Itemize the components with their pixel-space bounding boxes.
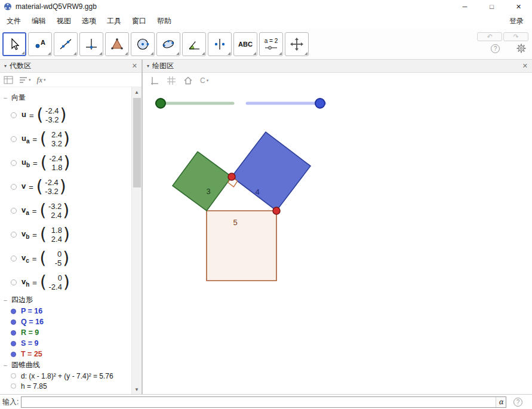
slider-tool-button[interactable]: a = 2	[259, 32, 283, 56]
graphics-canvas[interactable]: 3 4 5	[143, 88, 531, 394]
slider-tool-icon	[265, 45, 278, 50]
move-tool-button[interactable]	[2, 32, 26, 56]
menu-file[interactable]: 文件	[1, 13, 26, 29]
point-tool-button[interactable]: A	[28, 32, 52, 56]
fx-display-dropdown[interactable]: fx ▾	[37, 75, 46, 85]
visibility-dot[interactable]	[11, 184, 17, 190]
quad-row-R[interactable]: R = 9	[3, 327, 131, 338]
visibility-dot[interactable]	[11, 309, 16, 314]
graphics-close-icon[interactable]: ✕	[522, 62, 528, 70]
visibility-dot[interactable]	[11, 256, 17, 262]
input-help-button[interactable]: ?	[513, 398, 522, 407]
visibility-dot[interactable]	[11, 352, 16, 357]
axes-toggle-icon[interactable]	[150, 76, 159, 85]
polygon-tool-button[interactable]	[105, 32, 129, 56]
vector-row-ub[interactable]: ub = ( -2.41.8 )	[3, 151, 131, 175]
quad-row-T[interactable]: T = 25	[3, 349, 131, 359]
conic-row-d[interactable]: d: (x - 1.8)² + (y - 7.4)² = 5.76	[3, 371, 131, 381]
reflect-tool-button[interactable]	[208, 32, 232, 56]
label-side-4: 4	[255, 187, 259, 196]
angle-tool-button[interactable]	[182, 32, 206, 56]
redo-button[interactable]: ↷	[503, 32, 528, 41]
number-row-h[interactable]: h = 7.85	[3, 381, 131, 391]
visibility-dot[interactable]	[11, 383, 16, 389]
auxiliary-objects-icon[interactable]	[4, 76, 13, 84]
algebra-close-icon[interactable]: ✕	[132, 62, 137, 70]
angle-icon	[187, 37, 201, 51]
visibility-dot[interactable]	[11, 341, 16, 346]
square-leg-area9[interactable]	[173, 152, 232, 211]
collapse-icon[interactable]: −	[3, 362, 8, 369]
help-button[interactable]: ?	[491, 44, 500, 53]
visibility-dot[interactable]	[11, 112, 17, 118]
vector-row-vh[interactable]: vh = ( 0-2.4 )	[3, 270, 131, 294]
menu-tools[interactable]: 工具	[102, 13, 127, 29]
line-tool-button[interactable]	[54, 32, 78, 56]
vector-row-vc[interactable]: vc = ( 0-5 )	[3, 247, 131, 270]
menu-help[interactable]: 帮助	[152, 13, 177, 29]
quad-row-P[interactable]: P = 16	[3, 306, 131, 316]
input-bar: 输入: α ?	[0, 394, 532, 409]
grid-toggle-icon[interactable]	[167, 76, 176, 85]
visibility-dot[interactable]	[11, 232, 17, 238]
panel-menu-arrow-icon[interactable]: ▾	[4, 63, 7, 69]
menu-window[interactable]: 窗口	[127, 13, 152, 29]
scroll-down-icon[interactable]: ▼	[132, 385, 142, 394]
reflect-icon	[213, 37, 227, 51]
quad-row-S[interactable]: S = 9	[3, 338, 131, 349]
slider-tool-label: a = 2	[265, 38, 278, 44]
quad-row-Q[interactable]: Q = 16	[3, 316, 131, 327]
visibility-dot[interactable]	[11, 330, 16, 336]
menu-options[interactable]: 选项	[76, 13, 102, 29]
vector-row-ua[interactable]: ua = ( 2.43.2 )	[3, 127, 131, 151]
algebra-scrollbar[interactable]: ▲ ▼	[131, 87, 142, 394]
close-button[interactable]: ✕	[505, 0, 532, 13]
visibility-dot[interactable]	[11, 208, 17, 214]
visibility-dot[interactable]	[11, 160, 17, 166]
panel-menu-arrow-icon[interactable]: ▾	[147, 63, 149, 69]
square-leg-area16[interactable]	[232, 132, 310, 211]
section-vectors[interactable]: − 向量	[3, 92, 131, 103]
point-icon: A	[33, 37, 47, 51]
slider-green-handle[interactable]	[156, 99, 165, 108]
symbols-alpha-button[interactable]: α	[496, 397, 506, 407]
point-capturing-dropdown[interactable]: C ▾	[200, 76, 208, 85]
ellipse-tool-button[interactable]	[156, 32, 180, 56]
sort-mode-dropdown[interactable]: ▾	[19, 76, 31, 84]
collapse-icon[interactable]: −	[3, 94, 8, 102]
gear-icon[interactable]	[516, 44, 526, 53]
vector-row-vb[interactable]: vb = ( 1.82.4 )	[3, 223, 131, 247]
circle-tool-button[interactable]	[131, 32, 155, 56]
undo-button[interactable]: ↶	[477, 32, 502, 41]
collapse-icon[interactable]: −	[3, 297, 8, 304]
vector-row-v[interactable]: v = ( -2.4-3.2 )	[3, 175, 131, 199]
scroll-up-icon[interactable]: ▲	[132, 87, 142, 97]
command-input[interactable]	[21, 397, 496, 407]
app-window: material-wdQ5VRW9.ggb ─ □ ✕ 文件 编辑 视图 选项 …	[0, 0, 532, 409]
visibility-dot[interactable]	[11, 373, 16, 379]
slider-blue-handle[interactable]	[315, 99, 325, 108]
square-hypotenuse-area25[interactable]	[207, 211, 276, 281]
section-conics[interactable]: − 圆锥曲线	[3, 359, 131, 371]
move-graphics-view-tool-button[interactable]	[285, 32, 309, 56]
minimize-button[interactable]: ─	[451, 0, 478, 13]
app-logo-icon	[4, 2, 12, 11]
section-quadrilaterals[interactable]: − 四边形	[3, 294, 131, 306]
vertex-point-b[interactable]	[273, 207, 280, 214]
vector-row-va[interactable]: va = ( -3.22.4 )	[3, 199, 131, 223]
algebra-panel-title: 代数区	[10, 61, 31, 71]
graphics-panel-header: ▾ 绘图区 ✕	[143, 60, 532, 73]
visibility-dot[interactable]	[11, 319, 16, 325]
vertex-point-right-angle[interactable]	[228, 173, 235, 180]
maximize-button[interactable]: □	[478, 0, 505, 13]
visibility-dot[interactable]	[11, 279, 17, 285]
scrollbar-thumb[interactable]	[133, 98, 141, 187]
menu-edit[interactable]: 编辑	[26, 13, 51, 29]
visibility-dot[interactable]	[11, 136, 17, 142]
text-tool-button[interactable]: ABC	[233, 32, 257, 56]
home-icon[interactable]	[183, 76, 193, 85]
menu-view[interactable]: 视图	[51, 13, 76, 29]
vector-row-u[interactable]: u = ( -2.4-3.2 )	[3, 103, 131, 127]
login-button[interactable]: 登录	[502, 13, 531, 29]
perpendicular-line-tool-button[interactable]	[79, 32, 103, 56]
